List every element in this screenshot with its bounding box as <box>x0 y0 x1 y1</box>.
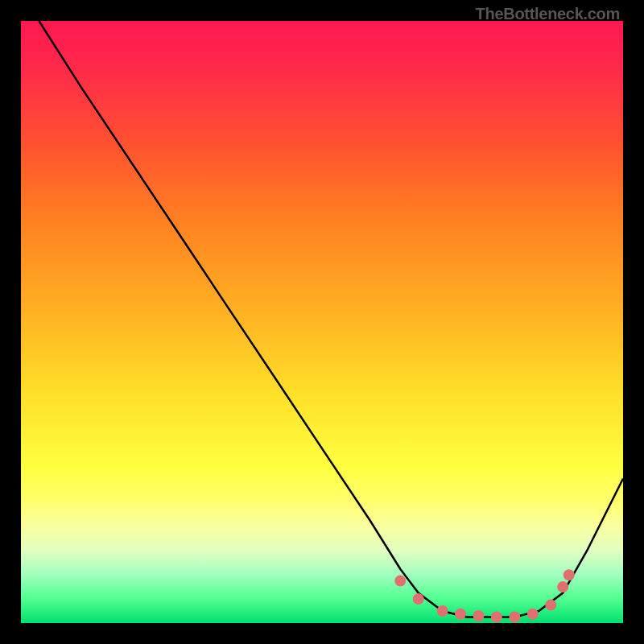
highlight-dot <box>557 581 568 592</box>
chart-container: TheBottleneck.com <box>0 0 644 644</box>
bottleneck-curve <box>39 21 623 617</box>
highlight-dot <box>473 610 485 621</box>
plot-area <box>21 21 623 623</box>
highlight-dots <box>394 569 575 622</box>
highlight-dot <box>491 612 502 623</box>
highlight-dot <box>527 609 539 620</box>
highlight-dot <box>455 609 466 620</box>
highlight-dot <box>545 600 556 611</box>
highlight-dot <box>413 593 424 605</box>
highlight-dot <box>394 576 406 587</box>
highlight-dot <box>437 605 448 617</box>
highlight-dot <box>564 569 575 580</box>
curve-svg <box>21 21 623 623</box>
highlight-dot <box>509 612 520 623</box>
